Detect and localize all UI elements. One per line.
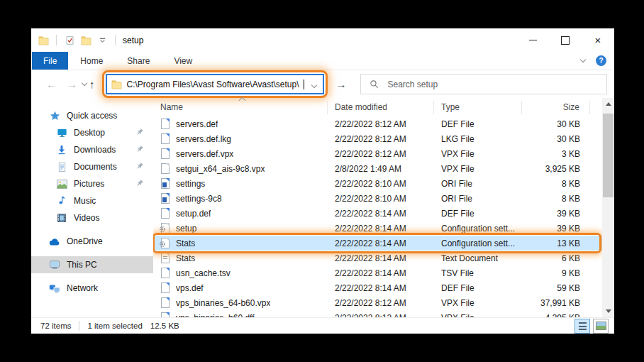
- file-size: 3 KB: [522, 149, 590, 159]
- file-name: setup: [176, 224, 196, 234]
- file-icon: [160, 133, 170, 145]
- tab-share[interactable]: Share: [115, 52, 162, 70]
- scroll-down-button[interactable]: [602, 305, 614, 317]
- file-name-cell: usn_cache.tsv: [153, 268, 328, 279]
- go-to-button[interactable]: →: [336, 79, 347, 89]
- search-icon: [369, 79, 380, 90]
- forward-button[interactable]: →: [62, 79, 82, 89]
- tab-view[interactable]: View: [162, 52, 204, 70]
- separator: [115, 35, 116, 45]
- sidebar-item-this-pc[interactable]: This PC: [31, 256, 153, 273]
- file-type: DEF File: [434, 283, 522, 293]
- sidebar-item-quick-access[interactable]: Quick access: [31, 107, 153, 124]
- file-size: 8 KB: [522, 179, 590, 189]
- file-name-cell: settings-9c8: [153, 193, 328, 204]
- sidebar-item-desktop[interactable]: Desktop: [31, 124, 153, 141]
- file-row[interactable]: settings 2/22/2022 8:10 AM ORI File 8 KB: [153, 176, 602, 191]
- file-size: 6 KB: [522, 253, 590, 263]
- thumbnails-view-button[interactable]: [593, 319, 609, 334]
- thumbnails-view-icon: [596, 322, 606, 330]
- explorer-window: setup × File Home Share View ? ← → ↑: [31, 28, 614, 334]
- file-size: 59 KB: [522, 283, 590, 293]
- triangle-down-icon: [606, 309, 611, 313]
- sidebar-item-documents[interactable]: Documents: [31, 158, 153, 175]
- customize-qat-dropdown-icon[interactable]: [96, 35, 108, 46]
- minimize-button[interactable]: [516, 28, 549, 52]
- sidebar-item-pictures[interactable]: Pictures: [31, 175, 153, 192]
- help-icon[interactable]: ?: [596, 55, 606, 66]
- file-row[interactable]: servers.def.vpx 2/22/2022 8:12 AM VPX Fi…: [153, 146, 602, 161]
- sidebar-item-onedrive[interactable]: OneDrive: [31, 233, 153, 250]
- file-icon: [160, 268, 170, 279]
- address-bar-highlight-annotation: C:\Program Files\Avast Software\Avast\se…: [102, 70, 328, 98]
- file-row[interactable]: servers.def 2/22/2022 8:12 AM DEF File 3…: [153, 116, 602, 131]
- address-path[interactable]: C:\Program Files\Avast Software\Avast\se…: [127, 79, 299, 89]
- file-name: servers.def: [176, 119, 218, 129]
- close-button[interactable]: ×: [582, 28, 614, 52]
- document-icon: [56, 161, 67, 172]
- file-name: vps_binaries_b60.dff: [176, 313, 255, 318]
- tab-home[interactable]: Home: [68, 52, 115, 70]
- ribbon-tabs: File Home Share View ?: [31, 52, 614, 70]
- file-name-cell: servers.def: [153, 119, 328, 130]
- file-row[interactable]: servers.def.lkg 2/22/2022 8:12 AM LKG Fi…: [153, 131, 602, 146]
- file-row[interactable]: setgui_x64_ais-9c8.vpx 2/8/2022 1:49 AM …: [153, 161, 602, 176]
- file-type: VPX File: [434, 313, 522, 318]
- search-input[interactable]: [387, 79, 599, 90]
- file-name-cell: setgui_x64_ais-9c8.vpx: [153, 163, 328, 175]
- column-header-size[interactable]: Size: [522, 101, 590, 114]
- titlebar[interactable]: setup ×: [31, 28, 614, 52]
- column-header-name[interactable]: Name: [153, 101, 328, 114]
- selection-size: 12.5 KB: [150, 322, 179, 330]
- back-button[interactable]: ←: [41, 79, 62, 89]
- file-row[interactable]: Stats 2/22/2022 8:14 AM Text Document 6 …: [153, 251, 602, 265]
- file-name-cell: settings: [153, 178, 328, 190]
- scrollbar-thumb[interactable]: [603, 114, 614, 197]
- separator: [56, 35, 57, 45]
- address-folder-icon: [111, 79, 123, 90]
- file-config-icon: [160, 238, 170, 249]
- vertical-scrollbar[interactable]: [602, 98, 614, 317]
- sidebar-item-videos[interactable]: Videos: [31, 209, 153, 226]
- file-type: ORI File: [434, 179, 522, 189]
- file-name: setgui_x64_ais-9c8.vpx: [176, 164, 265, 174]
- properties-qat-icon[interactable]: [64, 35, 75, 46]
- file-row[interactable]: setup.def 2/22/2022 8:14 AM DEF File 39 …: [153, 206, 602, 221]
- file-type: LKG File: [434, 134, 522, 144]
- file-row[interactable]: vps_binaries_64-b60.vpx 2/22/2022 8:12 A…: [153, 295, 602, 310]
- file-date-modified: 2/22/2022 8:12 AM: [328, 149, 434, 159]
- items-count: 72 items: [40, 322, 71, 330]
- collapse-ribbon-chevron-icon[interactable]: [580, 57, 586, 62]
- sidebar-item-network[interactable]: Network: [31, 280, 153, 297]
- address-dropdown-chevron-icon[interactable]: [311, 82, 316, 87]
- file-name-cell: setup.def: [153, 208, 328, 219]
- sidebar-item-downloads[interactable]: Downloads: [31, 141, 153, 158]
- status-bar: 72 items 1 item selected 12.5 KB: [31, 317, 614, 334]
- file-rows: servers.def 2/22/2022 8:12 AM DEF File 3…: [153, 116, 602, 317]
- file-icon: [160, 119, 170, 130]
- file-date-modified: 2/22/2022 8:12 AM: [328, 119, 434, 129]
- details-view-button[interactable]: [574, 319, 590, 334]
- triangle-up-icon: [606, 102, 611, 106]
- file-row[interactable]: setup 2/22/2022 8:14 AM Configuration se…: [153, 221, 602, 236]
- sidebar-item-music[interactable]: Music: [31, 192, 153, 209]
- scroll-up-button[interactable]: [602, 98, 614, 110]
- column-header-type[interactable]: Type: [434, 101, 522, 114]
- tab-file[interactable]: File: [32, 52, 68, 70]
- maximize-button[interactable]: [549, 28, 582, 52]
- up-button[interactable]: ↑: [87, 79, 99, 89]
- file-row[interactable]: Stats 2/22/2022 8:14 AM Configuration se…: [153, 236, 602, 251]
- column-header-date-modified[interactable]: Date modified: [328, 101, 434, 114]
- file-row[interactable]: usn_cache.tsv 2/22/2022 8:14 AM TSV File…: [153, 265, 602, 280]
- file-size: 39 KB: [522, 224, 590, 234]
- file-row[interactable]: vps.def 2/22/2022 8:14 AM DEF File 59 KB: [153, 280, 602, 295]
- separator: [79, 321, 79, 331]
- search-box[interactable]: [360, 74, 608, 94]
- address-bar[interactable]: C:\Program Files\Avast Software\Avast\se…: [106, 74, 324, 94]
- file-size: 3,925 KB: [522, 164, 590, 174]
- new-folder-qat-icon[interactable]: [80, 35, 91, 46]
- file-row[interactable]: vps_binaries_b60.dff 2/22/2022 8:12 AM V…: [153, 310, 602, 317]
- file-row[interactable]: settings-9c8 2/22/2022 8:10 AM ORI File …: [153, 191, 602, 206]
- file-name: servers.def.lkg: [176, 134, 231, 144]
- selection-count: 1 item selected: [87, 322, 142, 330]
